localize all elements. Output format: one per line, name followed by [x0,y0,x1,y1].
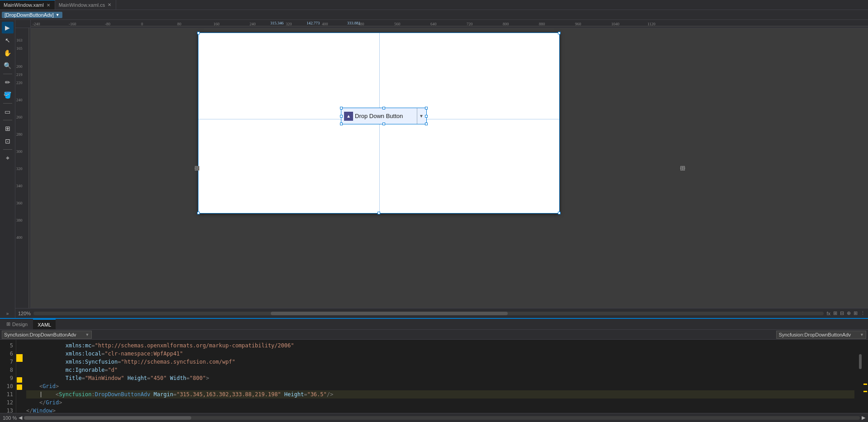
window-handle-bm[interactable] [377,212,380,214]
window-handle-bl[interactable] [197,212,200,214]
tools-sep-4 [3,149,12,150]
code-content[interactable]: xmlns:mc="http://schemas.openxmlformats.… [23,340,858,413]
tools-sep-2 [3,103,12,104]
tool-select[interactable]: ▶ [2,22,14,33]
tool-pointer[interactable]: ↖ [2,34,14,46]
horizontal-scrollbar[interactable] [33,312,824,315]
handle-bottom-middle[interactable] [382,123,385,125]
svg-text:-80: -80 [105,22,110,26]
svg-text:160: 160 [213,22,220,26]
svg-text:1120: 1120 [647,22,656,26]
tab-mainwindow-xaml[interactable]: MainWindow.xaml ✕ [0,0,55,9]
breadcrumb-arrow-icon: ▼ [56,13,60,17]
ruler-v-wrapper: 163 165 200 219 220 240 260 280 300 320 … [15,28,868,308]
code-line-7: xmlns:Syncfusion="http://schemas.syncfus… [26,358,854,366]
mini-scrollbar[interactable] [858,340,862,413]
svg-text:163: 163 [16,38,23,43]
tab-close-1[interactable]: ✕ [107,2,112,8]
selector-left-text: Syncfusion:DropDownButtonAdv [4,332,76,337]
breadcrumb-chip[interactable]: [DropDownButtonAdv] ▼ [2,12,62,18]
handle-bottom-right[interactable] [425,123,428,125]
toolbar-grid-icon[interactable]: ⊞ [833,310,837,316]
tool-transform[interactable]: ⊡ [2,135,14,147]
selector-left[interactable]: Syncfusion:DropDownButtonAdv ▼ [2,331,92,339]
svg-text:220: 220 [16,81,23,85]
svg-text:165: 165 [16,46,23,51]
tool-paint[interactable]: 🪣 [2,89,14,101]
toolbar-more-icon[interactable]: ⋮ [860,310,865,316]
tool-hand[interactable]: ✋ [2,47,14,59]
zoom-control[interactable]: 120% [18,311,31,316]
svg-text:315.346: 315.346 [270,21,284,25]
toolbar-table-icon[interactable]: ⊟ [840,310,844,316]
code-line-6: xmlns:local="clr-namespace:WpfApp41" [26,350,854,358]
line-num-8: 8 [0,366,13,374]
handle-top-left[interactable] [340,107,343,109]
ruler-horizontal: -240 -160 -80 0 80 160 240 320 400 480 5… [31,20,868,28]
svg-text:1040: 1040 [611,22,620,26]
line-num-12: 12 [0,398,13,407]
design-icon: ⊞ [6,321,10,327]
tool-eyedropper[interactable]: ✏ [2,76,14,88]
tab-bar: MainWindow.xaml ✕ MainWindow.xaml.cs ✕ [0,0,868,10]
dropdown-btn-arrow-icon[interactable]: ▼ [417,108,424,124]
code-line-10: <Grid> [26,382,854,390]
gutter-9 [16,369,23,376]
dropdown-btn-label: Drop Down Button [355,113,417,119]
code-line-13: </Window> [26,407,854,413]
toolbar-snap-icon[interactable]: ⊕ [847,310,851,316]
line-numbers: 5 6 7 8 9 10 11 12 13 14 [0,340,16,413]
canvas-edge-left[interactable]: ◁▷ [195,166,199,171]
svg-text:240: 240 [16,98,23,102]
line-num-6: 6 [0,350,13,358]
tab-close-0[interactable]: ✕ [46,2,51,8]
svg-text:80: 80 [177,22,182,26]
window-handle-tr[interactable] [558,32,561,34]
gutter-5 [16,340,23,347]
window-handle-tl[interactable] [197,32,200,34]
handle-top-right[interactable] [425,107,428,109]
tab-design[interactable]: ⊞ Design [2,319,32,329]
svg-text:-160: -160 [69,22,76,26]
code-line-5: xmlns:mc="http://schemas.openxmlformats.… [26,341,854,350]
svg-text:280: 280 [16,132,23,137]
dropdown-button-widget[interactable]: ▲ Drop Down Button ▼ [341,108,427,124]
tool-zoom[interactable]: 🔍 [2,60,14,71]
line-num-11: 11 [0,390,13,398]
zoom-level: 120% [18,311,31,316]
tool-grid[interactable]: ⊞ [2,123,14,134]
svg-text:219: 219 [16,72,23,77]
selector-right[interactable]: Syncfusion:DropDownButtonAdv ▼ [776,331,866,339]
svg-text:400: 400 [16,235,23,240]
tab-xaml[interactable]: XAML [33,319,56,329]
ruler-vertical: 163 165 200 219 220 240 260 280 300 320 … [15,28,31,308]
svg-text:640: 640 [430,22,437,26]
status-scroll-left[interactable]: ◀ [19,415,22,421]
svg-text:-240: -240 [33,22,40,26]
toolbar-align-icon[interactable]: ⊞ [854,310,858,316]
design-canvas[interactable]: ▲ Drop Down Button ▼ [31,28,868,308]
status-scrollbar[interactable] [24,416,860,420]
status-scroll-right[interactable]: ▶ [862,415,865,421]
right-marks [862,340,868,413]
tool-rectangle[interactable]: ▭ [2,106,14,118]
handle-bottom-left[interactable] [340,123,343,125]
line-num-13: 13 [0,407,13,413]
tab-label-1: MainWindow.xaml.cs [59,2,105,8]
svg-text:720: 720 [467,22,473,26]
window-handle-br[interactable] [558,212,561,214]
selector-row: Syncfusion:DropDownButtonAdv ▼ Syncfusio… [0,330,868,340]
tab-mainwindow-cs[interactable]: MainWindow.xaml.cs ✕ [55,0,117,9]
right-mark-2 [863,391,867,392]
tool-annotate[interactable]: ⌖ [2,152,14,164]
status-scroll-thumb[interactable] [24,416,191,420]
gutter-indicators [16,340,23,413]
handle-middle-left[interactable] [340,115,343,118]
canvas-edge-right[interactable]: ◁▷ [680,166,685,171]
tools-expand[interactable]: » [6,311,9,316]
gutter-13 [16,398,23,406]
scrollbar-thumb[interactable] [271,312,508,315]
handle-middle-right[interactable] [425,115,428,118]
toolbar-fx[interactable]: fx [826,311,830,316]
handle-top-middle[interactable] [382,107,385,109]
